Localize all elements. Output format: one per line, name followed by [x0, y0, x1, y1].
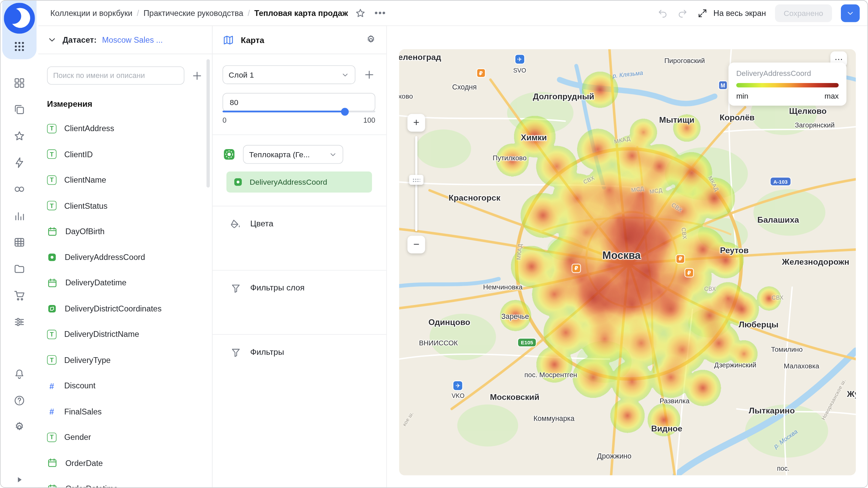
- funnel-icon: [230, 283, 241, 294]
- legend-min-label: min: [736, 92, 748, 100]
- rail-cart-icon[interactable]: [13, 289, 25, 302]
- rail-folder-icon[interactable]: [13, 263, 25, 275]
- collapse-dataset-icon[interactable]: [47, 35, 57, 45]
- field-row-DeliveryType[interactable]: ТDeliveryType: [38, 347, 212, 373]
- number-field-icon: #: [47, 381, 57, 390]
- chevron-down-icon: [329, 150, 337, 158]
- breadcrumb-separator: /: [137, 8, 139, 17]
- geo-layer-type-select[interactable]: Теплокарта (Ге...: [243, 145, 343, 164]
- zoom-slider-handle[interactable]: [409, 175, 423, 185]
- field-label: Gender: [64, 433, 91, 442]
- field-row-DeliveryDatetime[interactable]: DeliveryDatetime: [38, 270, 212, 296]
- dataset-name-link[interactable]: Moscow Sales ...: [102, 35, 163, 44]
- field-row-ClientID[interactable]: ТClientID: [38, 141, 212, 167]
- legend-gradient-bar: [736, 83, 839, 87]
- opacity-value-box[interactable]: 80: [222, 93, 375, 112]
- legend-max-label: max: [825, 92, 839, 100]
- map-settings-header: Карта: [213, 26, 387, 54]
- geo-layer-type-value: Теплокарта (Ге...: [249, 150, 326, 159]
- geopolygon-field-icon: [47, 304, 57, 313]
- apps-grid-icon[interactable]: [13, 40, 25, 53]
- zoom-in-button[interactable]: +: [408, 114, 425, 131]
- field-row-Discount[interactable]: #Discount: [38, 373, 212, 399]
- legend-title: DeliveryAddressCoord: [736, 69, 839, 77]
- opacity-slider-handle[interactable]: [341, 108, 349, 116]
- date-field-icon: [47, 278, 58, 288]
- field-row-DeliveryDistrictName[interactable]: ТDeliveryDistrictName: [38, 322, 212, 347]
- breadcrumb-item[interactable]: Практические руководства: [143, 8, 243, 17]
- map-canvas-container[interactable]: МоскваДолгопрудныйХимкиМытищиКоролёвЩелк…: [399, 49, 856, 475]
- text-field-icon: Т: [47, 355, 57, 365]
- dataset-panel-header: Датасет: Moscow Sales ...: [38, 26, 212, 54]
- collapse-rail-icon[interactable]: [15, 475, 24, 484]
- field-label: DeliveryType: [64, 355, 111, 364]
- field-label: ClientID: [64, 150, 93, 159]
- zoom-control: + −: [408, 114, 425, 253]
- field-row-Gender[interactable]: ТGender: [38, 424, 212, 450]
- breadcrumb-item[interactable]: Тепловая карта продаж: [254, 8, 348, 17]
- geo-layer-type-row: Теплокарта (Ге...: [213, 135, 387, 164]
- geo-field-label: DeliveryAddressCoord: [250, 178, 327, 186]
- more-actions-icon[interactable]: •••: [375, 7, 386, 19]
- saved-button[interactable]: Сохранено: [775, 4, 832, 22]
- breadcrumb-item[interactable]: Коллекции и воркбуки: [51, 8, 133, 17]
- rail-widgets-icon[interactable]: [13, 77, 25, 89]
- field-row-ClientStatus[interactable]: ТClientStatus: [38, 193, 212, 219]
- save-menu-button[interactable]: [841, 4, 860, 22]
- field-row-DayOfBirth[interactable]: DayOfBirth: [38, 219, 212, 244]
- rail-infinity-icon[interactable]: [13, 183, 25, 195]
- text-field-icon: Т: [47, 124, 57, 133]
- datalens-logo[interactable]: [4, 3, 35, 34]
- rail-bell-icon[interactable]: [13, 368, 25, 380]
- redo-icon[interactable]: [677, 7, 688, 19]
- field-search-input[interactable]: [47, 66, 184, 85]
- field-label: Discount: [64, 381, 95, 390]
- opacity-scale-labels: 0 100: [222, 116, 375, 124]
- section-filters[interactable]: Фильтры: [213, 334, 387, 358]
- opacity-min-label: 0: [222, 116, 226, 124]
- add-field-button[interactable]: [191, 69, 203, 82]
- favorite-star-icon[interactable]: [355, 7, 366, 19]
- rail-bolt-icon[interactable]: [13, 157, 25, 169]
- rail-tune-icon[interactable]: [13, 316, 25, 328]
- fullscreen-label[interactable]: На весь экран: [713, 8, 766, 17]
- field-label: DeliveryDistrictCoordinates: [65, 304, 161, 313]
- add-layer-button[interactable]: [363, 68, 375, 81]
- app-window: Коллекции и воркбуки/Практические руково…: [0, 0, 868, 488]
- field-label: DayOfBirth: [65, 227, 105, 236]
- field-label: ClientName: [64, 176, 106, 184]
- geo-field-chip[interactable]: DeliveryAddressCoord: [226, 171, 372, 192]
- field-row-DeliveryDistrictCoordinates[interactable]: DeliveryDistrictCoordinates: [38, 296, 212, 322]
- layer-select[interactable]: Слой 1: [222, 65, 355, 84]
- field-row-DeliveryAddressCoord[interactable]: DeliveryAddressCoord: [38, 244, 212, 270]
- section-layer-filters[interactable]: Фильтры слоя: [213, 270, 387, 334]
- fullscreen-icon[interactable]: [697, 7, 708, 19]
- field-row-OrderDatetime[interactable]: OrderDatetime: [38, 476, 212, 487]
- map-settings-gear-icon[interactable]: [366, 34, 377, 45]
- map-settings-panel: Карта Слой 1 80 0 100: [213, 26, 387, 488]
- rail-gear-icon[interactable]: [13, 421, 25, 433]
- rail-star-icon[interactable]: [13, 130, 25, 142]
- rail-chart-icon[interactable]: [13, 210, 25, 222]
- dataset-panel: Датасет: Moscow Sales ... Измерения ТCli…: [38, 26, 213, 488]
- field-row-ClientAddress[interactable]: ТClientAddress: [38, 116, 212, 141]
- text-field-icon: Т: [47, 330, 57, 339]
- rail-help-icon[interactable]: [13, 394, 25, 407]
- opacity-slider-track[interactable]: [222, 111, 375, 113]
- layer-sections: ЦветаФильтры слояФильтры: [213, 206, 387, 358]
- header-actions: На весь экран Сохранено: [657, 4, 860, 22]
- geopoint-field-icon: [233, 177, 243, 187]
- undo-icon[interactable]: [657, 7, 668, 19]
- map-area: МоскваДолгопрудныйХимкиМытищиКоролёвЩелк…: [387, 26, 867, 488]
- field-row-FinalSales[interactable]: #FinalSales: [38, 399, 212, 424]
- opacity-control: 80: [222, 93, 375, 112]
- rail-grid-icon[interactable]: [13, 236, 25, 248]
- field-row-ClientName[interactable]: ТClientName: [38, 167, 212, 193]
- field-row-OrderDate[interactable]: OrderDate: [38, 450, 212, 476]
- section-colors[interactable]: Цвета: [213, 206, 387, 270]
- text-field-icon: Т: [47, 432, 57, 442]
- rail-copies-icon[interactable]: [13, 103, 25, 116]
- zoom-out-button[interactable]: −: [408, 236, 425, 253]
- zoom-slider[interactable]: [408, 132, 425, 236]
- dataset-scrollbar[interactable]: [206, 59, 210, 188]
